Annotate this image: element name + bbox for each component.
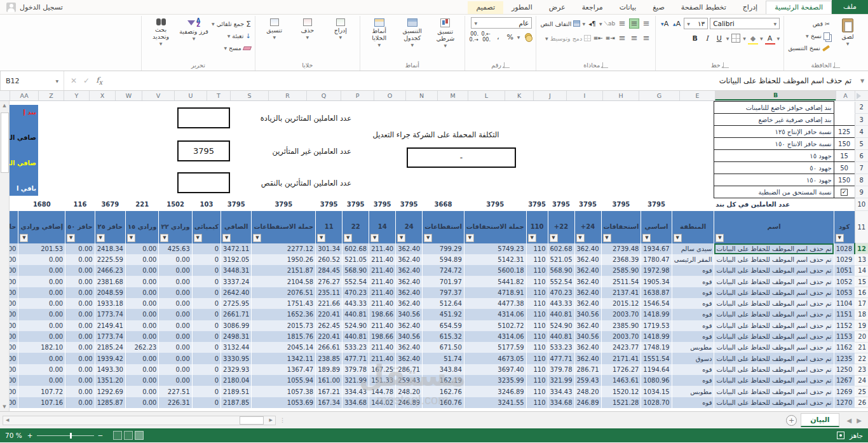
scroll-down-icon[interactable]: ▼ — [3, 402, 6, 411]
cell-K24[interactable]: 110 — [526, 375, 548, 386]
cell-P22[interactable]: 477.71 — [342, 353, 369, 364]
cell-X14[interactable]: 0.00 — [65, 265, 95, 276]
cell-W13[interactable]: 2225.59 — [95, 254, 125, 265]
increase-decimal-button[interactable]: ←.0.00 — [481, 32, 491, 42]
cell-N23[interactable]: 286.71 — [396, 364, 423, 375]
cell-Y12[interactable]: 201.53 — [18, 243, 65, 254]
table-header-E[interactable]: المنطقة▼ — [672, 211, 714, 243]
count-Q10[interactable]: 3795 — [316, 198, 342, 211]
cell-Q16[interactable]: 235.11 — [316, 287, 342, 298]
row-header-6[interactable]: 6 — [855, 150, 868, 162]
row-header-9[interactable]: 9 — [855, 186, 868, 198]
cell-W14[interactable]: 2466.23 — [95, 265, 125, 276]
cell-R18[interactable]: 1652.36 — [252, 309, 316, 320]
cell-T14[interactable]: 0 — [192, 265, 220, 276]
worker-info-value-0[interactable] — [177, 107, 230, 128]
cut-button[interactable]: ✂قص — [788, 18, 830, 29]
page-break-view-icon[interactable] — [113, 431, 122, 440]
cell-Y16[interactable]: 0.00 — [18, 287, 65, 298]
cell-V25[interactable]: 0.00 — [125, 386, 158, 397]
tabbar-resize-handle[interactable]: ⋮ — [280, 417, 286, 423]
cell-J18[interactable]: 440.81 — [548, 309, 574, 320]
cell-M24[interactable]: 162.19 — [423, 375, 465, 386]
cell-N14[interactable]: 362.40 — [396, 265, 423, 276]
cell-A23[interactable]: 1250 — [834, 364, 855, 375]
column-header-M[interactable]: M — [437, 91, 468, 100]
cell-U14[interactable]: 0.00 — [159, 265, 192, 276]
count-R10[interactable]: 3795 — [252, 198, 316, 211]
cell-T15[interactable]: 0 — [192, 276, 220, 287]
cell-U26[interactable]: 226.31 — [159, 397, 192, 408]
filter-icon-V[interactable]: ▼ — [127, 234, 135, 242]
table-header-P[interactable]: 22▼ — [342, 211, 369, 243]
cell-X23[interactable]: 0.00 — [65, 364, 95, 375]
scroll-up-icon[interactable]: ▲ — [3, 101, 6, 110]
cell-A12[interactable]: 1028 — [834, 243, 855, 254]
cancel-entry-icon[interactable]: ✕ — [71, 76, 77, 85]
table-header-G[interactable]: اساسي▼ — [641, 211, 672, 243]
cell-A26[interactable]: 1270 — [834, 397, 855, 408]
cell-N13[interactable]: 362.40 — [396, 254, 423, 265]
cell-O24[interactable]: 151.33 — [369, 375, 396, 386]
cell-M26[interactable]: 160.76 — [423, 397, 465, 408]
count-L10[interactable]: 3795 — [464, 198, 526, 211]
row-header-25[interactable]: 25 — [855, 386, 868, 397]
cell-S26[interactable]: 2187.85 — [221, 397, 252, 408]
cell-R22[interactable]: 1342.11 — [252, 353, 316, 364]
column-header-G[interactable]: G — [639, 91, 679, 100]
cell-B18[interactable]: تم حذف اسم الموظف للحفاظ على البيانات — [714, 309, 834, 320]
column-header-V[interactable]: V — [142, 91, 174, 100]
cell-J13[interactable]: 521.05 — [548, 254, 574, 265]
insert-function-icon[interactable]: fx — [96, 76, 102, 86]
count-U10[interactable]: 1502 — [159, 198, 192, 211]
cell-H20[interactable]: 2003.70 — [601, 331, 641, 342]
grow-font-button[interactable]: A▲ — [672, 18, 682, 29]
cell-K22[interactable]: 110 — [526, 353, 548, 364]
column-header-P[interactable]: P — [341, 91, 374, 100]
cell-T20[interactable]: 0 — [192, 331, 220, 342]
cell-O16[interactable]: 211.40 — [369, 287, 396, 298]
cell-E14[interactable]: قوه — [672, 265, 714, 276]
cell-V22[interactable]: 0.00 — [125, 353, 158, 364]
cell-U23[interactable]: 0.00 — [159, 364, 192, 375]
underline-button[interactable]: U — [714, 33, 724, 43]
cell-B8[interactable]: جهود ١٥٠ — [714, 174, 834, 186]
cell-M19[interactable]: 654.59 — [423, 320, 465, 331]
filter-icon-X[interactable]: ▼ — [67, 234, 75, 242]
cell-I13[interactable]: 362.40 — [574, 254, 601, 265]
cell-L20[interactable]: 4314.06 — [464, 331, 526, 342]
cell-B21[interactable]: تم حذف اسم الموظف للحفاظ على البيانات — [714, 342, 834, 353]
decrease-indent-button[interactable]: ⇥≡ — [605, 33, 615, 43]
cell-H25[interactable]: 1520.12 — [601, 386, 641, 397]
cell-S22[interactable]: 3330.95 — [221, 353, 252, 364]
cell-M21[interactable]: 671.50 — [423, 342, 465, 353]
cell-A13[interactable]: 1029 — [834, 254, 855, 265]
cell-T19[interactable]: 0 — [192, 320, 220, 331]
cell-A4[interactable]: 125 — [834, 126, 855, 138]
cell-R17[interactable]: 1751.43 — [252, 298, 316, 309]
cell-I20[interactable]: 340.56 — [574, 331, 601, 342]
filter-icon-I[interactable]: ▼ — [576, 234, 585, 242]
clear-button[interactable]: مسح▼ — [212, 43, 251, 53]
hscroll-left-icon[interactable]: ◀ — [3, 418, 11, 423]
cell-J20[interactable]: 440.81 — [548, 331, 574, 342]
cell-B3[interactable]: بند إضافى صرفية غير خاضع — [714, 114, 834, 126]
row-header-14[interactable]: 14 — [855, 265, 868, 276]
cell-T18[interactable]: 0 — [192, 309, 220, 320]
cell-B7[interactable]: جهود ٥٠ — [714, 162, 834, 174]
column-header-N[interactable]: N — [405, 91, 437, 100]
align-center-button[interactable]: ≡ — [629, 33, 639, 43]
cell-B16[interactable]: تم حذف اسم الموظف للحفاظ على البيانات — [714, 287, 834, 298]
cell-Q20[interactable]: 220.41 — [316, 331, 342, 342]
cell-O26[interactable]: 144.02 — [369, 397, 396, 408]
cell-M18[interactable]: 451.92 — [423, 309, 465, 320]
cell-E26[interactable]: قوه — [672, 397, 714, 408]
cell-Q18[interactable]: 220.41 — [316, 309, 342, 320]
filter-icon-B[interactable]: ▼ — [715, 234, 724, 242]
cell-T22[interactable]: 0 — [192, 353, 220, 364]
cell-J24[interactable]: 321.99 — [548, 375, 574, 386]
ribbon-tab-5[interactable]: بيانات — [611, 1, 645, 14]
ribbon-tab-8[interactable]: المطور — [503, 1, 541, 14]
cell-G22[interactable]: 1551.54 — [641, 353, 672, 364]
cells-empty-2[interactable] — [0, 102, 714, 114]
